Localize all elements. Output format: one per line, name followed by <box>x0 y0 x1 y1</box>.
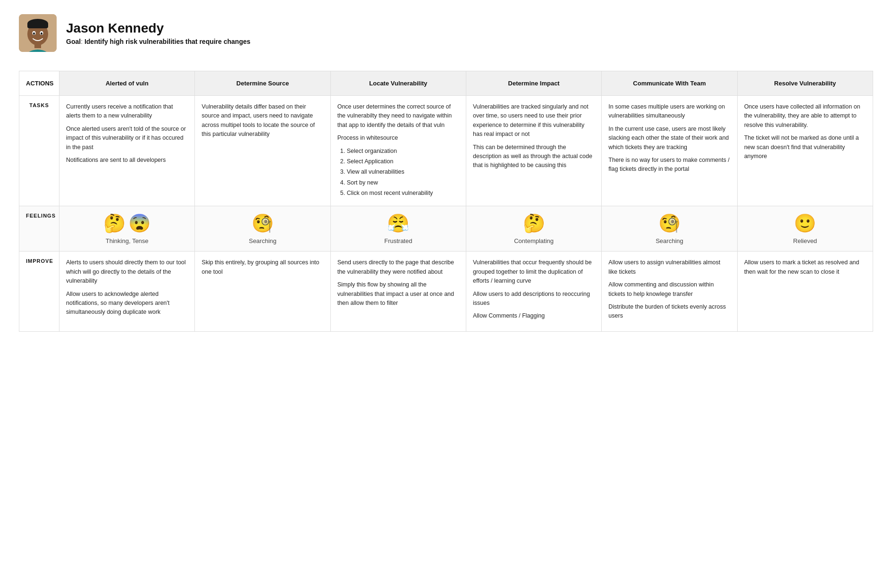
tasks-resolve: Once users have collected all informatio… <box>737 96 873 206</box>
col-header-locate: Locate Vulnerability <box>330 71 466 96</box>
journey-map-table: ACTIONS Alerted of vuln Determine Source… <box>19 71 873 332</box>
emoji-communicate: 🧐 <box>608 213 730 234</box>
actions-label-cell: ACTIONS <box>19 71 59 96</box>
tasks-alerted: Currently users receive a notification t… <box>59 96 195 206</box>
emoji-alerted: 🤔 😨 <box>66 213 188 234</box>
feelings-label-resolve: Relieved <box>744 237 866 244</box>
feelings-row: FEELINGS 🤔 😨 Thinking, Tense 🧐 Searching… <box>19 206 873 252</box>
persona-goal: Goal: Identify high risk vulnerabilities… <box>66 38 251 45</box>
improve-locate: Send users directly to the page that des… <box>330 252 466 331</box>
improve-impact: Vulnerabilities that occur frequently sh… <box>466 252 601 331</box>
emoji-source: 🧐 <box>202 213 323 234</box>
tasks-label-cell: TASKS <box>19 96 59 206</box>
col-header-source: Determine Source <box>195 71 330 96</box>
improve-resolve: Allow users to mark a ticket as resolved… <box>737 252 873 331</box>
feelings-label-cell: FEELINGS <box>19 206 59 252</box>
persona-name: Jason Kennedy <box>66 21 251 36</box>
col-header-impact: Determine Impact <box>466 71 601 96</box>
tasks-locate: Once user determines the correct source … <box>330 96 466 206</box>
avatar <box>19 14 57 52</box>
svg-point-8 <box>33 33 35 35</box>
feelings-label-alerted: Thinking, Tense <box>66 237 188 244</box>
feelings-label-communicate: Searching <box>608 237 730 244</box>
improve-source: Skip this entirely, by grouping all sour… <box>195 252 330 331</box>
feelings-resolve: 🙂 Relieved <box>737 206 873 252</box>
emoji-resolve: 🙂 <box>744 213 866 234</box>
improve-row: IMPROVE Alerts to users should directly … <box>19 252 873 331</box>
feelings-alerted: 🤔 😨 Thinking, Tense <box>59 206 195 252</box>
tasks-row: TASKS Currently users receive a notifica… <box>19 96 873 206</box>
feelings-label-source: Searching <box>202 237 323 244</box>
feelings-communicate: 🧐 Searching <box>602 206 737 252</box>
col-header-alerted: Alerted of vuln <box>59 71 195 96</box>
persona-header: Jason Kennedy Goal: Identify high risk v… <box>19 14 873 52</box>
svg-rect-5 <box>27 23 48 28</box>
tasks-communicate: In some cases multiple users are working… <box>602 96 737 206</box>
feelings-locate: 😤 Frustrated <box>330 206 466 252</box>
feelings-label-impact: Contemplating <box>473 237 595 244</box>
feelings-impact: 🤔 Contemplating <box>466 206 601 252</box>
header-row: ACTIONS Alerted of vuln Determine Source… <box>19 71 873 96</box>
improve-communicate: Allow users to assign vulnerabilities al… <box>602 252 737 331</box>
persona-info: Jason Kennedy Goal: Identify high risk v… <box>66 21 251 45</box>
svg-point-9 <box>41 33 42 35</box>
improve-label-cell: IMPROVE <box>19 252 59 331</box>
feelings-label-locate: Frustrated <box>337 237 459 244</box>
tasks-impact: Vulnerabilities are tracked singularly a… <box>466 96 601 206</box>
tasks-source: Vulnerability details differ based on th… <box>195 96 330 206</box>
feelings-source: 🧐 Searching <box>195 206 330 252</box>
col-header-communicate: Communicate With Team <box>602 71 737 96</box>
improve-alerted: Alerts to users should directly them to … <box>59 252 195 331</box>
col-header-resolve: Resolve Vulnerability <box>737 71 873 96</box>
emoji-locate: 😤 <box>337 213 459 234</box>
emoji-impact: 🤔 <box>473 213 595 234</box>
